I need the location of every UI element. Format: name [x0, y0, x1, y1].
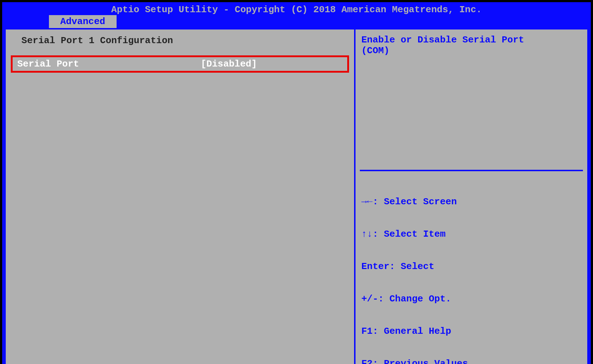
tab-advanced[interactable]: Advanced	[49, 15, 117, 28]
main-panel: Serial Port 1 Configuration Serial Port …	[6, 29, 356, 364]
key-change-opt: +/-: Change Opt.	[361, 294, 581, 304]
header-bar: Aptio Setup Utility - Copyright (C) 2018…	[2, 2, 591, 28]
key-general-help: F1: General Help	[361, 326, 581, 337]
key-help: →←: Select Screen ↑↓: Select Item Enter:…	[361, 175, 581, 364]
body-area: Serial Port 1 Configuration Serial Port …	[2, 28, 591, 364]
key-select-screen: →←: Select Screen	[361, 196, 581, 207]
key-enter-select: Enter: Select	[361, 261, 581, 272]
utility-title: Aptio Setup Utility - Copyright (C) 2018…	[2, 2, 591, 15]
setting-serial-port[interactable]: Serial Port [Disabled]	[11, 55, 349, 73]
side-divider	[360, 170, 583, 171]
screen-outer: Aptio Setup Utility - Copyright (C) 2018…	[0, 0, 593, 364]
key-select-item: ↑↓: Select Item	[361, 229, 581, 240]
key-previous-values: F2: Previous Values	[361, 358, 581, 364]
section-title: Serial Port 1 Configuration	[9, 35, 350, 47]
bios-screen: Aptio Setup Utility - Copyright (C) 2018…	[2, 2, 591, 362]
item-help-text: Enable or Disable Serial Port (COM)	[361, 35, 581, 168]
tab-strip: Advanced	[2, 15, 591, 28]
setting-value: [Disabled]	[201, 59, 257, 69]
side-panel: Enable or Disable Serial Port (COM) →←: …	[356, 29, 587, 364]
panels: Serial Port 1 Configuration Serial Port …	[4, 28, 589, 364]
setting-label: Serial Port	[17, 59, 201, 69]
